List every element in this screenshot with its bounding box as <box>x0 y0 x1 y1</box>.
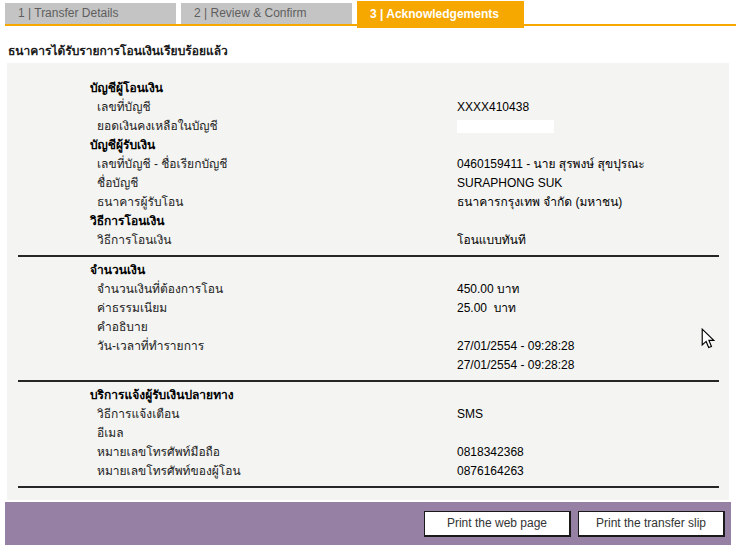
row-label: ธนาคารผู้รับโอน <box>97 195 183 209</box>
status-message: ธนาคารได้รับรายการโอนเงินเรียบร้อยแล้ว <box>8 41 228 60</box>
row-transfer-method: วิธีการโอนเงิน โอนแบบทันที <box>90 231 729 250</box>
row-label: วิธีการแจ้งเตือน <box>97 407 179 421</box>
row-label: ชื่อบัญชี <box>97 176 138 190</box>
row-sender-phone-number: หมายเลขโทรศัพท์ของผู้โอน 0876164263 <box>90 462 729 481</box>
row-label: วัน-เวลาที่ทำรายการ <box>97 339 204 353</box>
section-to-account: บัญชีผู้รับเงิน เลขที่บัญชี - ชื่อเรียกบ… <box>90 136 729 212</box>
amount-group: จำนวนเงิน จำนวนเงินที่ต้องการโอน 450.00 … <box>7 261 729 375</box>
account-group: บัญชีผู้โอนเงิน เลขที่บัญชี XXXX410438 ย… <box>7 79 729 250</box>
section-divider <box>18 486 719 488</box>
print-web-page-button[interactable]: Print the web page <box>424 511 571 537</box>
footer-bar: Print the web page Print the transfer sl… <box>5 502 731 545</box>
section-amount: จำนวนเงิน จำนวนเงินที่ต้องการโอน 450.00 … <box>90 261 729 375</box>
tab-review-confirm[interactable]: 2 | Review & Confirm <box>181 3 352 24</box>
transfer-details-panel: บัญชีผู้โอนเงิน เลขที่บัญชี XXXX410438 ย… <box>7 63 729 500</box>
row-label: หมายเลขโทรศัพท์ของผู้โอน <box>97 464 241 478</box>
notification-group: บริการแจ้งผู้รับเงินปลายทาง วิธีการแจ้งเ… <box>7 386 729 481</box>
row-value: SURAPHONG SUK <box>457 174 562 193</box>
row-label: วิธีการโอนเงิน <box>97 233 172 247</box>
redacted-balance-box <box>457 120 554 133</box>
section-title-transfer-method: วิธีการโอนเงิน <box>90 212 729 231</box>
row-receiving-bank: ธนาคารผู้รับโอน ธนาคารกรุงเทพ จำกัด (มหา… <box>90 193 729 212</box>
section-recipient-notification: บริการแจ้งผู้รับเงินปลายทาง วิธีการแจ้งเ… <box>90 386 729 481</box>
row-value: SMS <box>457 405 483 424</box>
section-title-amount: จำนวนเงิน <box>90 261 729 280</box>
section-title-recipient-notification: บริการแจ้งผู้รับเงินปลายทาง <box>90 386 729 405</box>
row-transfer-amount: จำนวนเงินที่ต้องการโอน 450.00 บาท <box>90 280 729 299</box>
row-email: อีเมล <box>90 424 729 443</box>
row-value: 25.00 บาท <box>457 299 516 318</box>
section-title-to-account: บัญชีผู้รับเงิน <box>90 136 729 155</box>
row-to-account-number-nickname: เลขที่บัญชี - ชื่อเรียกบัญชี 0460159411 … <box>90 155 729 174</box>
row-notification-method: วิธีการแจ้งเตือน SMS <box>90 405 729 424</box>
row-label: เลขที่บัญชี <box>97 100 151 114</box>
row-account-name: ชื่อบัญชี SURAPHONG SUK <box>90 174 729 193</box>
row-description: คำอธิบาย <box>90 318 729 337</box>
row-value: 0876164263 <box>457 462 524 481</box>
section-transfer-method: วิธีการโอนเงิน วิธีการโอนเงิน โอนแบบทันท… <box>90 212 729 250</box>
row-mobile-phone-number: หมายเลขโทรศัพท์มือถือ 0818342368 <box>90 443 729 462</box>
row-label: ค่าธรรมเนียม <box>97 301 167 315</box>
tab-accent-underline <box>5 24 736 26</box>
row-from-account-number: เลขที่บัญชี XXXX410438 <box>90 98 729 117</box>
row-fee: ค่าธรรมเนียม 25.00 บาท <box>90 299 729 318</box>
row-label: อีเมล <box>97 426 124 440</box>
page: 1 | Transfer Details 2 | Review & Confir… <box>0 0 736 550</box>
row-value: 450.00 บาท <box>457 280 519 299</box>
row-value: XXXX410438 <box>457 98 529 117</box>
section-from-account: บัญชีผู้โอนเงิน เลขที่บัญชี XXXX410438 ย… <box>90 79 729 136</box>
row-account-balance: ยอดเงินคงเหลือในบัญชี <box>90 117 729 136</box>
row-label: จำนวนเงินที่ต้องการโอน <box>97 282 223 296</box>
row-value: 0818342368 <box>457 443 524 462</box>
row-value: ธนาคารกรุงเทพ จำกัด (มหาชน) <box>457 193 622 212</box>
row-label: หมายเลขโทรศัพท์มือถือ <box>97 445 220 459</box>
row-label: เลขที่บัญชี - ชื่อเรียกบัญชี <box>97 157 227 171</box>
row-label: ยอดเงินคงเหลือในบัญชี <box>97 119 218 133</box>
row-value: 27/01/2554 - 09:28:28 <box>457 337 574 356</box>
row-value: 27/01/2554 - 09:28:28 <box>457 356 574 375</box>
section-divider <box>18 380 719 382</box>
section-divider <box>18 255 719 257</box>
tab-transfer-details[interactable]: 1 | Transfer Details <box>5 3 176 24</box>
row-value: 0460159411 - นาย สุรพงษ์ สุขปุรณะ <box>457 155 645 174</box>
row-value: โอนแบบทันที <box>457 231 526 250</box>
row-transaction-datetime-2: 27/01/2554 - 09:28:28 <box>90 356 729 375</box>
print-transfer-slip-button[interactable]: Print the transfer slip <box>578 511 725 537</box>
row-transaction-datetime: วัน-เวลาที่ทำรายการ 27/01/2554 - 09:28:2… <box>90 337 729 356</box>
section-title-from-account: บัญชีผู้โอนเงิน <box>90 79 729 98</box>
row-label: คำอธิบาย <box>97 320 148 334</box>
